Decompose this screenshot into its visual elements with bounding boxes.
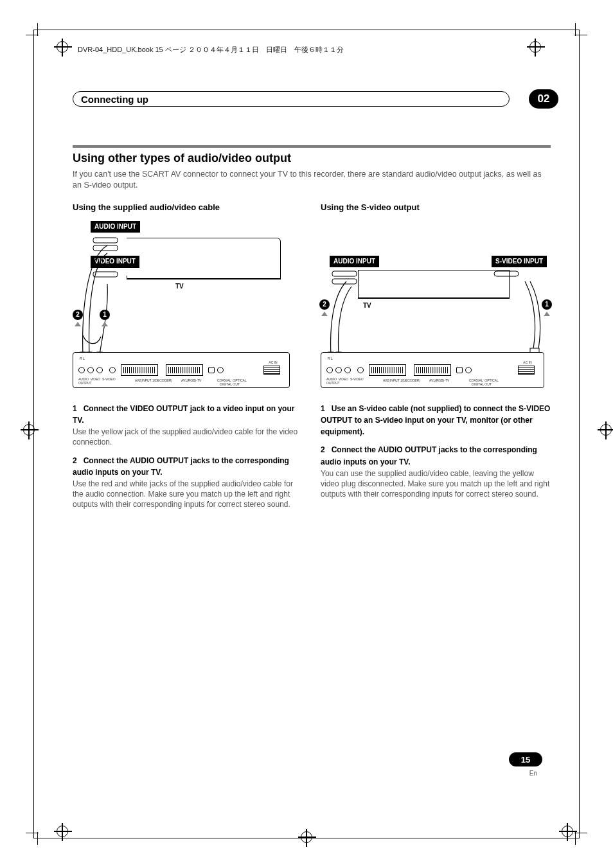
page-language: En (529, 770, 537, 777)
right-step-2: 2 Connect the AUDIO OUTPUT jacks to the … (321, 443, 551, 499)
output-sub: OUTPUT (78, 381, 92, 385)
digout-sub-r: DIGITAL OUT (472, 382, 492, 386)
av1-label-r: AV1(RGB)-TV (429, 378, 449, 382)
section-intro: If you can't use the SCART AV connector … (73, 169, 551, 191)
left-diagram: AUDIO INPUT VIDEO INPUT TV (73, 220, 303, 387)
callout-1-icon: 1 (100, 310, 110, 320)
callout-2-icon: 2 (73, 310, 83, 320)
rl-label-r: R L (328, 357, 333, 360)
page-number-badge: 15 (509, 752, 542, 766)
right-diagram: AUDIO INPUT S-VIDEO INPUT (321, 220, 551, 387)
right-subheading: Using the S-video output (321, 202, 551, 212)
acin-label: AC IN (263, 360, 283, 364)
right-step-1: 1 Use an S-video cable (not supplied) to… (321, 402, 551, 438)
arrow-up-icon (75, 322, 81, 326)
chapter-header: Connecting up 02 (73, 91, 551, 109)
left-step-1: 1 Connect the VIDEO OUTPUT jack to a vid… (73, 402, 303, 448)
section-heading: Using other types of audio/video output (73, 152, 551, 165)
left-step-2: 2 Connect the AUDIO OUTPUT jacks to the … (73, 454, 303, 510)
arrow-up-icon (102, 322, 108, 326)
chapter-number-badge: 02 (529, 89, 558, 109)
arrow-up-icon (321, 312, 328, 316)
rear-panel: AC IN R L AUDIO VIDEO S-VIDEO OUTPUT AV2… (73, 352, 290, 388)
right-column: Using the S-video output AUDIO INPUT S-V… (321, 202, 551, 517)
av2-label-r: AV2(INPUT 1/DECODER) (383, 378, 420, 382)
rear-panel-r: AC IN R L AUDIO VIDEO S-VIDEO OUTPUT AV2… (321, 352, 544, 388)
left-subheading: Using the supplied audio/video cable (73, 202, 303, 212)
left-column: Using the supplied audio/video cable AUD… (73, 202, 303, 517)
av2-label: AV2(INPUT 1/DECODER) (135, 378, 172, 382)
callout-2-icon: 2 (319, 299, 330, 310)
acin-label-r: AC IN (518, 360, 537, 364)
output-sub-r: OUTPUT (326, 381, 340, 385)
arrow-up-icon (544, 312, 550, 316)
chapter-title: Connecting up (81, 94, 148, 105)
callout-1-icon: 1 (542, 299, 552, 310)
section-rule (73, 145, 551, 148)
chapter-title-capsule: Connecting up (73, 91, 510, 107)
book-header-line: DVR-04_HDD_UK.book 15 ページ ２００４年４月１１日 日曜日… (78, 45, 344, 55)
rl-label: R L (80, 357, 85, 360)
digout-sub: DIGITAL OUT (220, 382, 240, 386)
av1-label: AV1(RGB)-TV (181, 378, 201, 382)
